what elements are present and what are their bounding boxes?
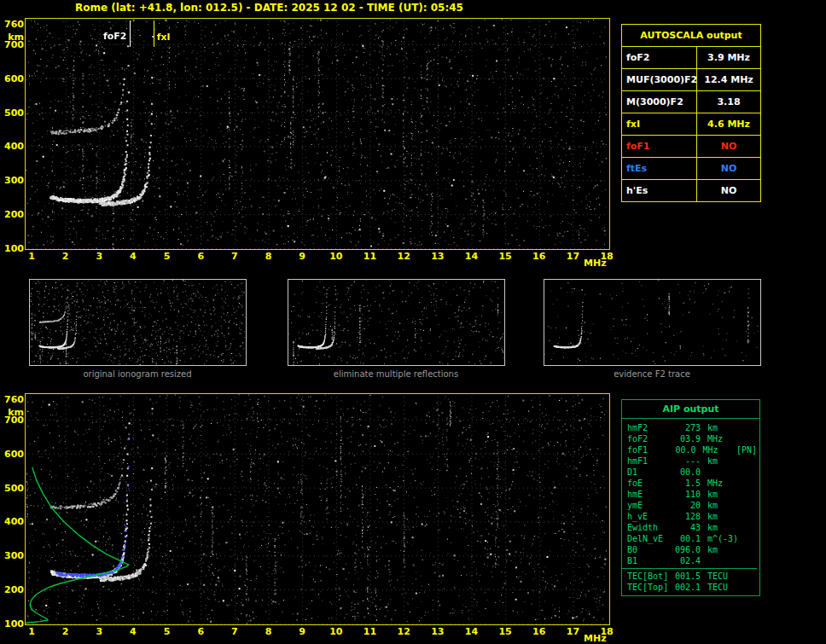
autoscala-row-value: NO	[697, 158, 760, 179]
y-axis-tick: 200	[2, 210, 24, 219]
autoscala-row: h'EsNO	[622, 180, 760, 201]
x-axis-tick: 11	[364, 627, 376, 636]
y-axis-tick: 500	[2, 484, 24, 493]
autoscala-row-label: MUF(3000)F2	[622, 69, 697, 90]
autoscala-row-label: M(3000)F2	[622, 91, 697, 113]
fxI-marker-line	[154, 20, 154, 47]
aip-row-extra	[743, 511, 757, 522]
x-axis-tick: 16	[532, 252, 545, 261]
aip-row-value: 110	[672, 489, 701, 500]
aip-tec-label: TEC[Top]	[627, 582, 672, 593]
aip-row-label: B1	[627, 555, 672, 566]
autoscala-row-value: NO	[697, 136, 760, 157]
aip-row-value: ---	[672, 455, 701, 467]
autoscala-row-value: 12.4 MHz	[697, 69, 760, 90]
aip-row-extra	[743, 522, 757, 533]
aip-row-unit: MHz	[696, 444, 736, 455]
aip-row-label: Ewidth	[627, 522, 672, 533]
y-axis-tick: 300	[2, 551, 24, 560]
x-axis-tick: 1	[28, 252, 35, 261]
autoscala-row: foF1NO	[622, 136, 760, 158]
x-axis-tick: 4	[130, 252, 137, 261]
autoscala-title: AUTOSCALA output	[622, 25, 760, 47]
x-axis-tick: 1	[28, 627, 35, 636]
x-axis-tick: 3	[96, 252, 102, 261]
aip-row-extra	[743, 433, 757, 444]
page-title: Rome (lat: +41.8, lon: 012.5) - DATE: 20…	[75, 2, 463, 14]
x-axis-tick: 2	[62, 627, 69, 636]
aip-row: ymE20km	[627, 500, 757, 511]
aip-tec-row: TEC[Bot]001.5TECU	[627, 571, 757, 582]
x-axis-tick: 17	[567, 627, 579, 636]
x-axis-tick: 7	[231, 252, 238, 261]
aip-row-extra	[743, 489, 757, 500]
x-axis-tick: 9	[299, 627, 305, 636]
aip-row: B0096.0km	[627, 544, 757, 555]
aip-row-unit: km	[701, 522, 743, 533]
thumbnail-evidence-f2-trace	[544, 279, 761, 366]
aip-row-unit: km	[701, 511, 743, 522]
y-axis-tick: 600	[2, 74, 24, 84]
x-axis-tick: 13	[431, 627, 444, 636]
aip-row-extra	[743, 533, 757, 544]
autoscala-table: AUTOSCALA output foF23.9 MHzMUF(3000)F21…	[621, 24, 761, 202]
x-axis-tick: 3	[96, 627, 102, 636]
aip-row-value: 03.9	[672, 433, 701, 444]
aip-row-value: 20	[672, 500, 701, 511]
x-axis-tick: 4	[130, 627, 137, 636]
foF2-marker-line	[130, 20, 131, 47]
x-axis-tick: 13	[431, 252, 444, 261]
x-axis-tick: 7	[231, 627, 238, 636]
x-axis-tick: 17	[567, 252, 579, 261]
aip-row: hmF2273km	[627, 422, 757, 433]
bottom-ionogram-canvas	[25, 393, 610, 625]
x-axis-tick: 10	[329, 627, 342, 636]
y-axis-tick: 600	[2, 450, 24, 459]
y-axis-tick: 400	[2, 517, 24, 526]
x-axis-tick: 16	[532, 627, 545, 636]
thumbnail-eliminate-reflections	[288, 279, 505, 366]
autoscala-row-label: foF1	[622, 136, 697, 157]
y-axis-tick: 760	[2, 395, 24, 404]
aip-row-value: 00.0	[672, 467, 701, 478]
aip-row: DelN_vE00.1m^(-3)	[627, 533, 757, 544]
x-axis-tick: 15	[498, 252, 511, 261]
aip-row-value: 1.5	[672, 478, 701, 489]
aip-row-extra	[743, 544, 757, 555]
x-axis-unit-label: MHz	[584, 258, 607, 268]
x-axis-tick: 9	[299, 252, 305, 261]
thumbnail-original-ionogram	[29, 279, 247, 366]
x-axis-unit-label: MHz	[584, 634, 607, 643]
aip-row: foE1.5MHz	[627, 478, 757, 489]
aip-row-value: 02.4	[672, 555, 701, 566]
autoscala-row-value: 3.9 MHz	[697, 47, 760, 68]
y-axis-tick: 200	[2, 585, 24, 595]
autoscala-row-label: h'Es	[622, 180, 697, 201]
autoscala-row-label: fxI	[622, 113, 697, 135]
thumbnail-caption-original: original ionogram resized	[83, 369, 191, 379]
aip-row-extra	[743, 555, 757, 566]
x-axis-tick: 14	[465, 252, 478, 261]
aip-tec-label: TEC[Bot]	[627, 571, 672, 582]
aip-row-label: ymE	[627, 500, 672, 511]
aip-row: D100.0	[627, 467, 757, 478]
x-axis-tick: 2	[62, 252, 69, 261]
autoscala-row: ftEsNO	[622, 158, 760, 180]
y-axis-tick: 100	[2, 619, 24, 629]
thumbnail-caption-evidence: evidence F2 trace	[614, 369, 690, 379]
x-axis-tick: 14	[465, 627, 478, 636]
x-axis-tick: 8	[265, 627, 272, 636]
x-axis-tick: 10	[329, 252, 342, 261]
autoscala-row: M(3000)F23.18	[622, 91, 760, 113]
autoscala-rows: foF23.9 MHzMUF(3000)F212.4 MHzM(3000)F23…	[622, 47, 760, 201]
aip-row-unit	[701, 555, 743, 566]
aip-row-label: B0	[627, 544, 672, 555]
aip-row-extra	[743, 500, 757, 511]
aip-row-label: foE	[627, 478, 672, 489]
aip-tec-row: TEC[Top]002.1TECU	[627, 582, 757, 593]
x-axis-tick: 12	[397, 252, 410, 261]
autoscala-row: foF23.9 MHz	[622, 47, 760, 69]
aip-row: Ewidth43km	[627, 522, 757, 533]
aip-row-extra	[743, 467, 757, 478]
y-axis-unit-label: km	[2, 32, 24, 42]
